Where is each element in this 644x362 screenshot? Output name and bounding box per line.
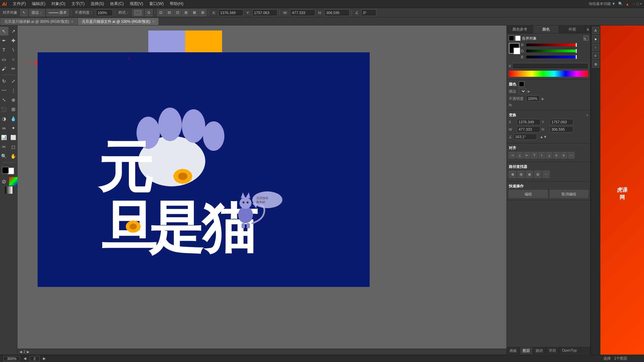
rotate-tool[interactable]: ↻ bbox=[0, 77, 8, 85]
r-slider[interactable] bbox=[526, 44, 577, 46]
x-prop-input[interactable] bbox=[517, 119, 540, 125]
fill-color[interactable] bbox=[2, 167, 9, 174]
menu-text[interactable]: 文字(T) bbox=[69, 0, 87, 7]
ellipse-tool[interactable]: ○ bbox=[9, 55, 18, 64]
angle-input[interactable] bbox=[361, 9, 376, 16]
w-prop-input[interactable] bbox=[517, 126, 540, 132]
distribute-options[interactable]: ⋯ bbox=[568, 152, 575, 159]
selection-tool-btn[interactable]: ↖ bbox=[20, 9, 28, 16]
selection-tool[interactable]: ↖ bbox=[0, 27, 8, 36]
g-thumb[interactable] bbox=[576, 49, 577, 53]
opacity-prop-input[interactable] bbox=[526, 96, 540, 102]
distribute-v-btn[interactable]: ≡ bbox=[560, 152, 567, 159]
type-tool[interactable]: T bbox=[0, 46, 8, 54]
tab-layers[interactable]: 图层 bbox=[520, 347, 533, 354]
gradient-color-btn[interactable] bbox=[5, 186, 12, 194]
zoom-input[interactable] bbox=[3, 356, 20, 361]
fill-box[interactable] bbox=[519, 81, 524, 87]
distribute-h-btn[interactable]: ≡ bbox=[553, 152, 560, 159]
page-nav-right[interactable]: ▶ bbox=[43, 356, 46, 361]
cs-btn-4[interactable]: ≡ bbox=[592, 52, 599, 59]
align-right-btn[interactable]: ⊢ bbox=[524, 152, 530, 159]
eraser-tool[interactable]: ◻ bbox=[9, 142, 18, 151]
pf-unite[interactable]: ⊕ bbox=[509, 171, 516, 178]
menu-window[interactable]: 窗口(W) bbox=[147, 0, 166, 7]
panel-tab-color[interactable]: 颜色 bbox=[533, 25, 559, 33]
tab-0[interactable]: 元旦是只猫讲解.ai @ 300% (RGB/预览) × bbox=[0, 18, 77, 25]
align-left-btn[interactable]: ⊣ bbox=[509, 152, 516, 159]
color-preview-stroke[interactable] bbox=[514, 48, 520, 54]
align-left[interactable]: ⊡ bbox=[157, 9, 165, 16]
stroke-select[interactable] bbox=[519, 88, 526, 94]
panel-tab-color-ref[interactable]: 颜色参考 bbox=[507, 25, 533, 33]
none-color[interactable]: ⊘ bbox=[0, 177, 8, 186]
cancel-expand-btn[interactable]: 取消编组 bbox=[550, 190, 589, 198]
tab-1-close[interactable]: × bbox=[152, 20, 154, 23]
tab-path[interactable]: 路径 bbox=[533, 347, 546, 354]
pf-intersect[interactable]: ⊗ bbox=[526, 171, 533, 178]
pen-tool[interactable]: ✒ bbox=[0, 36, 8, 45]
menu-object[interactable]: 对象(O) bbox=[49, 0, 68, 7]
column-graph-tool[interactable]: 📊 bbox=[0, 133, 8, 142]
direct-selection-tool[interactable]: ↗ bbox=[9, 27, 18, 36]
paintbrush-tool[interactable]: 🖌 bbox=[0, 64, 8, 73]
tab-artboard[interactable]: 画板 bbox=[507, 347, 520, 354]
mesh-tool[interactable]: ⊞ bbox=[9, 105, 18, 114]
warp-tool[interactable]: 〰 bbox=[0, 86, 8, 95]
eyedropper-tool[interactable]: 💧 bbox=[9, 114, 18, 123]
line-tool[interactable]: \ bbox=[9, 46, 18, 54]
panel-expand[interactable]: ≡ bbox=[585, 25, 590, 33]
color-white[interactable] bbox=[515, 36, 521, 41]
y-input[interactable] bbox=[252, 9, 277, 16]
color-spectrum[interactable] bbox=[509, 70, 588, 77]
page-nav-left[interactable]: ◀ bbox=[23, 356, 26, 361]
scale-tool[interactable]: ⤢ bbox=[9, 77, 18, 85]
zoom-tool[interactable]: 🔍 bbox=[0, 152, 8, 161]
y-prop-input[interactable] bbox=[550, 119, 573, 125]
pf-minus-front[interactable]: ⊖ bbox=[517, 171, 525, 178]
tab-1[interactable]: 元旦是只猫源文件.ai @ 100% (RGB/预览) × bbox=[77, 18, 159, 25]
panel-tab-appearance[interactable]: 外观 bbox=[559, 25, 585, 33]
hex-input[interactable] bbox=[512, 63, 588, 69]
r-thumb[interactable] bbox=[576, 43, 577, 47]
color-black[interactable] bbox=[509, 36, 514, 41]
align-top-btn[interactable]: ⊤ bbox=[531, 152, 538, 159]
align-right[interactable]: ⊡ bbox=[174, 9, 181, 16]
cs-btn-1[interactable]: A bbox=[592, 27, 599, 34]
window-controls[interactable]: － □ × bbox=[632, 1, 642, 6]
width-tool[interactable]: ⋮ bbox=[9, 86, 18, 95]
cs-btn-2[interactable]: ■ bbox=[592, 35, 599, 43]
menu-effect[interactable]: 效果(C) bbox=[107, 0, 126, 7]
align-vcenter-btn[interactable]: ⊦ bbox=[538, 152, 545, 159]
menu-view[interactable]: 视图(V) bbox=[127, 0, 146, 7]
color-options[interactable]: ≡ bbox=[584, 36, 588, 41]
style-preview[interactable] bbox=[132, 9, 144, 16]
search-icon[interactable]: 🔍 bbox=[618, 2, 623, 6]
symbol-tool[interactable]: ✦ bbox=[9, 124, 18, 132]
align-bottom-btn[interactable]: ⊥ bbox=[546, 152, 552, 159]
b-thumb[interactable] bbox=[576, 55, 577, 59]
pf-options[interactable]: ⋯ bbox=[542, 171, 550, 178]
free-transform-tool[interactable]: ⤡ bbox=[0, 96, 8, 104]
tab-opentyp[interactable]: OpenTyp bbox=[559, 347, 580, 354]
add-anchor-tool[interactable]: ✚ bbox=[9, 36, 18, 45]
color-btn[interactable] bbox=[9, 177, 18, 186]
menu-file[interactable]: 文件(F) bbox=[10, 0, 29, 7]
color-preview-main[interactable] bbox=[509, 43, 520, 54]
pencil-tool[interactable]: ✏ bbox=[9, 64, 18, 73]
style-circle[interactable]: ⊙ bbox=[145, 9, 153, 16]
g-slider[interactable] bbox=[526, 50, 577, 52]
gradient-tool[interactable]: ◑ bbox=[0, 114, 8, 123]
menu-help[interactable]: 帮助(H) bbox=[167, 0, 186, 7]
stroke-type-btn[interactable]: 基本 bbox=[46, 9, 69, 16]
align-hcenter-btn[interactable]: ⊥ bbox=[516, 152, 523, 159]
expand-btn[interactable]: 编组 bbox=[509, 190, 548, 198]
page-input[interactable] bbox=[30, 356, 40, 361]
x-input[interactable] bbox=[218, 9, 244, 16]
cs-btn-5[interactable]: ⊞ bbox=[592, 60, 599, 68]
shape-builder-tool[interactable]: ⊕ bbox=[9, 96, 18, 104]
b-slider[interactable] bbox=[526, 56, 577, 58]
canvas-area[interactable]: ← 使用【矩形工具】绘制深蓝色矩形作为背景 ↓ bbox=[17, 25, 506, 362]
workspace-label[interactable]: 传统基本功能 ▼ bbox=[589, 1, 615, 6]
menu-select[interactable]: 选择(S) bbox=[88, 0, 107, 7]
